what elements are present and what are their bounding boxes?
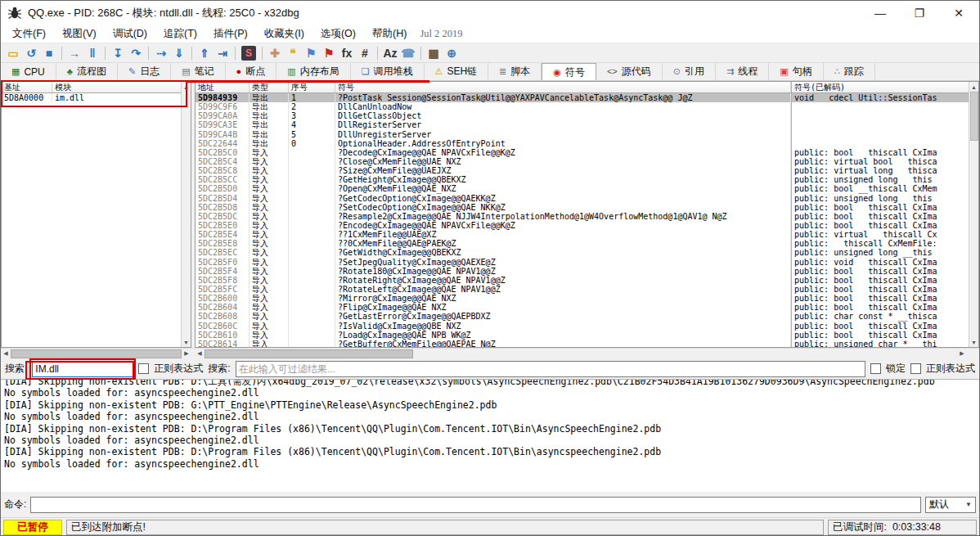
table-row[interactable]: 5DC2B5E4导入??1CxMemFile@@UAE@XZpublic: vi…	[196, 230, 969, 239]
table-row[interactable]: 5DC2B600导入?Mirror@CxImage@@QAE_NXZpublic…	[196, 294, 969, 303]
menu-item-7[interactable]: 帮助(H)	[364, 25, 415, 43]
scroll-up-icon[interactable]: ▲	[969, 82, 979, 92]
menu-item-6[interactable]: 选项(O)	[312, 25, 364, 43]
table-row[interactable]: 5DC2B5D8导入?SetCodecOption@CxImage@@QAE_N…	[196, 203, 969, 212]
tab-breakpoints[interactable]: ●断点	[226, 63, 277, 80]
tab-source[interactable]: <>源代码	[596, 63, 663, 80]
table-row[interactable]: 5DC2B5D4导入?GetCodecOption@CxImage@@QAEKK…	[196, 194, 969, 203]
scrollbar-thumb[interactable]	[970, 92, 978, 141]
table-row[interactable]: 5DC2B614导入?GetBuffer@CxMemFile@@QAEPAE_N…	[196, 340, 969, 347]
step-out-icon[interactable]: ⇓	[170, 45, 188, 61]
table-row[interactable]: 5DC2B608导入?GetLastError@CxImage@@QAEPBDX…	[196, 312, 969, 321]
symbols-header-address[interactable]: 地址	[196, 82, 249, 92]
table-row[interactable]: 5DC22644导出0OptionalHeader.AddressOfEntry…	[196, 139, 969, 148]
modules-vertical-scrollbar[interactable]: ▲ ▼	[181, 82, 191, 347]
table-row[interactable]: 5DC2B5D0导入?Open@CxMemFile@@QAE_NXZpublic…	[196, 184, 969, 193]
table-row[interactable]: 5DC2B5C0导入?Decode@CxImage@@QAE_NPAVCxFil…	[196, 148, 969, 157]
tab-cpu[interactable]: ▦CPU	[1, 63, 56, 80]
menu-item-2[interactable]: 调试(D)	[105, 25, 155, 43]
menu-item-1[interactable]: 视图(V)	[54, 25, 105, 43]
table-row[interactable]: 5DC2B5E0导入?Encode@CxImage@@QAE_NPAVCxFil…	[196, 221, 969, 230]
bookmarks-icon[interactable]: ⚑	[320, 45, 338, 61]
tab-seh[interactable]: ⚠SEH链	[425, 63, 489, 80]
step-over-icon[interactable]: ↷	[127, 45, 145, 61]
table-row[interactable]: 5D8A0000im.dll	[2, 93, 181, 102]
scroll-right-icon[interactable]: ▶	[182, 349, 191, 358]
labels-icon[interactable]: ⚑	[302, 45, 320, 61]
table-row[interactable]: 5DC2B5E8导入??0CxMemFile@@QAE@PAEK@Zpublic…	[196, 239, 969, 248]
functions-icon[interactable]: fx	[338, 45, 356, 61]
run-to-cursor-icon[interactable]: ⇢	[152, 45, 170, 61]
table-row[interactable]: 5DC2B5DC导入?Resample2@CxImage@@QAE_NJJW4I…	[196, 212, 969, 221]
menu-item-5[interactable]: 收藏夹(I)	[256, 25, 312, 43]
restart-icon[interactable]: ↺	[22, 45, 40, 61]
table-row[interactable]: 5DC2B5F8导入?RotateRight@CxImage@@QAE_NPAV…	[196, 276, 969, 285]
hash-icon[interactable]: #	[356, 45, 374, 61]
patches-icon[interactable]: ✚	[266, 45, 284, 61]
table-row[interactable]: 5DC2B604导入?Flip@CxImage@@QAE_NXZpublic: …	[196, 303, 969, 312]
tab-script[interactable]: ≣脚本	[488, 63, 542, 80]
table-row[interactable]: 5D99CA4B导出5DllUnregisterServer	[196, 130, 969, 139]
scroll-right-icon[interactable]: ▶	[957, 349, 967, 358]
tab-trace[interactable]: ∴跟踪	[824, 63, 875, 80]
table-row[interactable]: 5D99CA0A导出3DllGetClassObject	[196, 111, 969, 120]
scrollbar-thumb[interactable]	[11, 349, 182, 358]
modules-header-base[interactable]: 基址	[2, 82, 52, 92]
stop-icon[interactable]: ■	[40, 45, 58, 61]
scroll-left-icon[interactable]: ◀	[195, 349, 205, 358]
calculator-icon[interactable]: ▦	[425, 45, 443, 61]
table-row[interactable]: 5DC2B5EC导入?GetWidth@CxImage@@QBEKXZpubli…	[196, 248, 969, 257]
modules-horizontal-scrollbar[interactable]: ◀ ▶	[1, 349, 191, 358]
scroll-down-icon[interactable]: ▼	[969, 337, 979, 347]
tab-threads[interactable]: ⇉线程	[716, 63, 769, 80]
scroll-up-icon[interactable]: ▲	[182, 82, 191, 92]
device-icon[interactable]: ☎	[399, 45, 417, 61]
website-icon[interactable]: ⊕	[443, 45, 461, 61]
tab-log[interactable]: ✎日志	[118, 63, 171, 80]
table-row[interactable]: 5DC2B5F4导入?Rotate180@CxImage@@QAE_NPAV1@…	[196, 267, 969, 276]
symbols-header-type[interactable]: 类型	[249, 82, 289, 92]
tab-graph[interactable]: ♣流程图	[56, 63, 118, 80]
table-row[interactable]: 5DC2B5FC导入?RotateLeft@CxImage@@QAE_NPAV1…	[196, 285, 969, 294]
minimize-button[interactable]: —	[873, 7, 888, 20]
table-row[interactable]: 5D99C9F6导出2DllCanUnloadNow	[196, 102, 969, 111]
regex-checkbox-modules[interactable]	[138, 363, 149, 374]
modules-header-module[interactable]: 模块	[52, 82, 181, 92]
symbols-header-decoded[interactable]: 符号(已解码)	[791, 82, 969, 92]
scroll-left-icon[interactable]: ◀	[1, 349, 11, 358]
command-profile-dropdown[interactable]: 默认 ▼	[925, 497, 976, 513]
tab-symbols[interactable]: ◉符号	[542, 63, 596, 80]
run-until-return-icon[interactable]: ⇑	[196, 45, 214, 61]
command-input[interactable]	[30, 497, 921, 513]
table-row[interactable]: 5DC2B5C4导入?Close@CxMemFile@@UAE_NXZpubli…	[196, 157, 969, 166]
close-button[interactable]: ✕	[951, 7, 966, 20]
tab-call-stack[interactable]: ❏调用堆栈	[351, 63, 425, 80]
comments-icon[interactable]: ❝	[284, 45, 302, 61]
regex-checkbox-symbols[interactable]	[910, 363, 921, 374]
table-row[interactable]: 5D984939导出1?PostTask_Session@SessionTask…	[196, 93, 969, 102]
pause-icon[interactable]: ‖	[83, 45, 101, 61]
symbols-horizontal-scrollbar[interactable]: ◀ ▶	[195, 349, 967, 358]
tab-handles[interactable]: ▣句柄	[769, 63, 823, 80]
table-row[interactable]: 5DC2B60C导入?IsValid@CxImage@@QBE_NXZpubli…	[196, 322, 969, 331]
symbols-header-ordinal[interactable]: 序号	[289, 82, 335, 92]
menu-item-4[interactable]: 插件(P)	[205, 25, 256, 43]
step-into-icon[interactable]: ↧	[109, 45, 127, 61]
tab-references[interactable]: ⊙引用	[663, 63, 716, 80]
table-row[interactable]: 5DC2B5C8导入?Size@CxMemFile@@UAEJXZpublic:…	[196, 166, 969, 175]
menu-item-3[interactable]: 追踪(T)	[155, 25, 205, 43]
open-file-icon[interactable]: ▭	[4, 45, 22, 61]
run-icon[interactable]: →	[65, 45, 83, 61]
lock-checkbox[interactable]	[870, 363, 881, 374]
appearance-icon[interactable]: Az	[381, 45, 399, 61]
maximize-button[interactable]: ❐	[912, 7, 927, 20]
symbols-vertical-scrollbar[interactable]: ▲ ▼	[969, 82, 978, 347]
symbol-filter-input[interactable]	[236, 361, 865, 377]
tab-notes[interactable]: ▤笔记	[171, 63, 225, 80]
scylla-icon[interactable]: S	[241, 46, 256, 61]
module-search-input[interactable]	[32, 361, 133, 377]
table-row[interactable]: 5D99CA3E导出4DllRegisterServer	[196, 120, 969, 129]
table-row[interactable]: 5DC2B610导入?Load@CxImage@@QAE_NPB_WK@Zpub…	[196, 331, 969, 340]
menu-item-0[interactable]: 文件(F)	[4, 25, 54, 43]
symbols-header-symbol[interactable]: 符号	[335, 82, 791, 92]
